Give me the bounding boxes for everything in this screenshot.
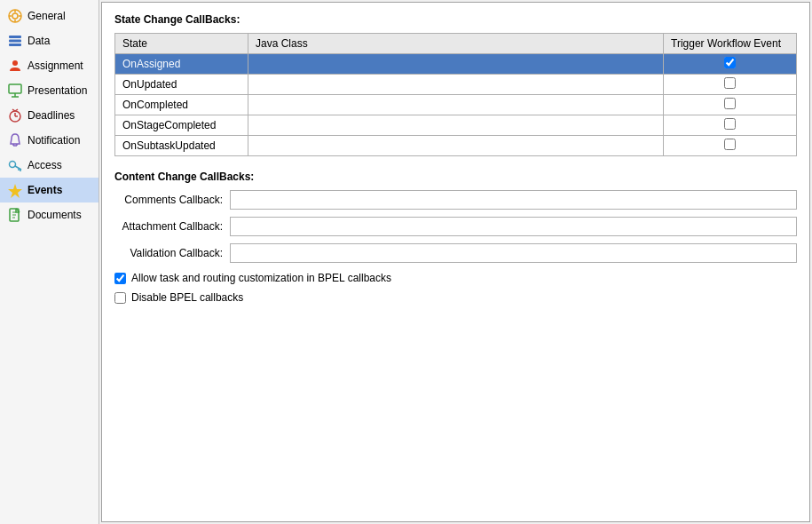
- sidebar-item-documents[interactable]: Documents: [0, 202, 99, 227]
- disable-bpel-checkbox[interactable]: [114, 292, 126, 304]
- documents-icon: [7, 207, 23, 223]
- trigger-checkbox[interactable]: [724, 77, 736, 89]
- sidebar-item-presentation[interactable]: Presentation: [0, 78, 99, 103]
- general-icon: [7, 8, 23, 24]
- sidebar-label-notification: Notification: [28, 134, 80, 147]
- notification-icon: [7, 132, 23, 148]
- comments-row: Comments Callback:: [114, 190, 797, 210]
- svg-line-17: [15, 109, 18, 111]
- java-class-cell: [248, 75, 664, 95]
- java-class-cell: [248, 115, 664, 136]
- svg-marker-25: [8, 184, 22, 198]
- state-change-title: State Change CallBacks:: [114, 13, 797, 26]
- svg-rect-10: [9, 84, 21, 93]
- col-header-trigger: Trigger Workflow Event: [664, 34, 797, 54]
- svg-rect-7: [9, 40, 21, 43]
- content-change-section: Content Change CallBacks: Comments Callb…: [114, 171, 797, 304]
- sidebar-label-documents: Documents: [28, 209, 82, 221]
- sidebar-item-data[interactable]: Data: [0, 28, 99, 53]
- comments-label: Comments Callback:: [114, 194, 230, 206]
- attachment-label: Attachment Callback:: [114, 220, 230, 233]
- presentation-icon: [7, 83, 23, 99]
- content-change-title: Content Change CallBacks:: [114, 171, 797, 183]
- table-row[interactable]: OnUpdated: [115, 75, 797, 95]
- attachment-row: Attachment Callback:: [114, 217, 797, 236]
- disable-bpel-row: Disable BPEL callbacks: [114, 291, 797, 304]
- trigger-checkbox[interactable]: [724, 139, 736, 150]
- main-panel: State Change CallBacks: State Java Class…: [101, 2, 810, 522]
- allow-bpel-label: Allow task and routing customization in …: [131, 272, 391, 284]
- state-callbacks-table: State Java Class Trigger Workflow Event …: [114, 33, 797, 156]
- deadlines-icon: [7, 107, 23, 123]
- state-cell: OnUpdated: [115, 75, 248, 95]
- svg-line-16: [12, 109, 15, 111]
- disable-bpel-label: Disable BPEL callbacks: [131, 291, 243, 304]
- events-icon: [7, 182, 23, 198]
- trigger-checkbox[interactable]: [724, 57, 736, 68]
- attachment-input[interactable]: [230, 217, 797, 236]
- svg-point-9: [12, 60, 18, 66]
- sidebar-label-access: Access: [28, 159, 62, 171]
- sidebar-label-deadlines: Deadlines: [28, 109, 75, 122]
- trigger-checkbox[interactable]: [724, 98, 736, 109]
- svg-rect-6: [9, 36, 21, 38]
- java-class-cell: [248, 136, 664, 156]
- allow-bpel-checkbox[interactable]: [114, 273, 126, 284]
- svg-point-21: [10, 162, 16, 168]
- col-header-state: State: [115, 34, 248, 54]
- trigger-cell[interactable]: [664, 75, 797, 95]
- validation-input[interactable]: [230, 243, 797, 263]
- trigger-cell[interactable]: [664, 95, 797, 115]
- sidebar-label-events: Events: [28, 184, 62, 196]
- sidebar-item-deadlines[interactable]: Deadlines: [0, 103, 99, 128]
- assignment-icon: [7, 58, 23, 74]
- svg-rect-8: [9, 44, 21, 46]
- sidebar-item-notification[interactable]: Notification: [0, 128, 99, 153]
- sidebar-item-access[interactable]: Access: [0, 153, 99, 178]
- trigger-cell[interactable]: [664, 136, 797, 156]
- trigger-cell[interactable]: [664, 54, 797, 75]
- validation-row: Validation Callback:: [114, 243, 797, 263]
- table-row[interactable]: OnAssigned: [115, 54, 797, 75]
- state-cell: OnSubtaskUpdated: [115, 136, 248, 156]
- table-row[interactable]: OnSubtaskUpdated: [115, 136, 797, 156]
- state-cell: OnAssigned: [115, 54, 248, 75]
- sidebar-label-general: General: [28, 10, 66, 22]
- svg-point-0: [12, 13, 18, 19]
- allow-bpel-row: Allow task and routing customization in …: [114, 272, 797, 284]
- trigger-cell[interactable]: [664, 115, 797, 136]
- table-row[interactable]: OnStageCompleted: [115, 115, 797, 136]
- col-header-javaclass: Java Class: [248, 34, 664, 54]
- data-icon: [7, 33, 23, 49]
- trigger-checkbox[interactable]: [724, 118, 736, 130]
- state-cell: OnStageCompleted: [115, 115, 248, 136]
- java-class-cell: [248, 54, 664, 75]
- state-cell: OnCompleted: [115, 95, 248, 115]
- sidebar-item-assignment[interactable]: Assignment: [0, 53, 99, 78]
- sidebar-label-data: Data: [28, 35, 50, 47]
- sidebar-label-presentation: Presentation: [28, 84, 87, 97]
- sidebar-item-events[interactable]: Events: [0, 178, 99, 202]
- access-icon: [7, 157, 23, 173]
- comments-input[interactable]: [230, 190, 797, 210]
- sidebar: General Data Assignment Pr: [0, 0, 99, 524]
- table-row[interactable]: OnCompleted: [115, 95, 797, 115]
- java-class-cell: [248, 95, 664, 115]
- sidebar-label-assignment: Assignment: [28, 60, 83, 72]
- sidebar-item-general[interactable]: General: [0, 4, 99, 28]
- validation-label: Validation Callback:: [114, 247, 230, 259]
